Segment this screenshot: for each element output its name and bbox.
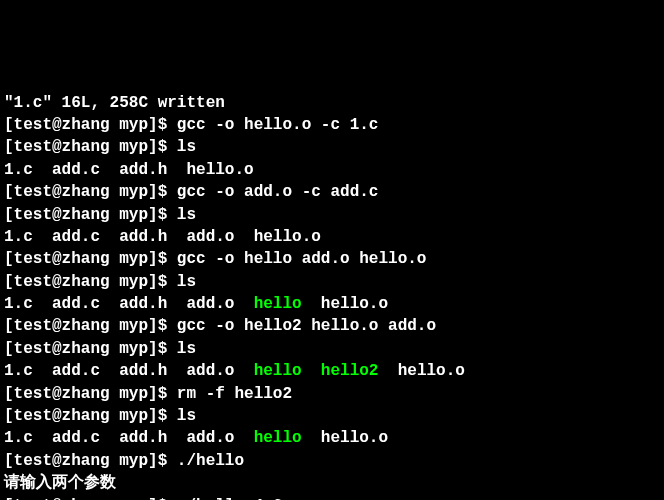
terminal-line: 1.c add.c add.h add.o hello hello2 hello… [4, 360, 660, 382]
shell-command: gcc -o hello2 hello.o add.o [177, 317, 436, 335]
shell-prompt: [test@zhang myp]$ [4, 385, 177, 403]
shell-prompt: [test@zhang myp]$ [4, 340, 177, 358]
shell-prompt: [test@zhang myp]$ [4, 317, 177, 335]
output-text: 1.c add.c add.h add.o hello.o [4, 228, 321, 246]
executable-file: hello [254, 362, 302, 380]
executable-file: hello [254, 295, 302, 313]
terminal-line: [test@zhang myp]$ gcc -o hello2 hello.o … [4, 315, 660, 337]
shell-command: ls [177, 206, 196, 224]
output-text: "1.c" 16L, 258C written [4, 94, 225, 112]
shell-prompt: [test@zhang myp]$ [4, 452, 177, 470]
executable-file: hello2 [321, 362, 379, 380]
shell-prompt: [test@zhang myp]$ [4, 116, 177, 134]
output-text: 1.c add.c add.h add.o [4, 429, 254, 447]
shell-prompt: [test@zhang myp]$ [4, 206, 177, 224]
output-text [302, 362, 321, 380]
shell-command: gcc -o hello.o -c 1.c [177, 116, 379, 134]
shell-command: rm -f hello2 [177, 385, 292, 403]
shell-command: ls [177, 138, 196, 156]
terminal-line: [test@zhang myp]$ ls [4, 204, 660, 226]
output-text: 请输入两个参数 [4, 474, 116, 492]
shell-command: ./hello [177, 452, 244, 470]
terminal-line: 1.c add.c add.h add.o hello hello.o [4, 293, 660, 315]
terminal-line: 1.c add.c add.h hello.o [4, 159, 660, 181]
terminal-line: [test@zhang myp]$ ls [4, 405, 660, 427]
shell-command: ls [177, 273, 196, 291]
terminal-line: [test@zhang myp]$ ls [4, 338, 660, 360]
shell-prompt: [test@zhang myp]$ [4, 273, 177, 291]
shell-command: gcc -o hello add.o hello.o [177, 250, 427, 268]
output-text: hello.o [302, 429, 388, 447]
output-text: hello.o [378, 362, 464, 380]
terminal-line: [test@zhang myp]$ ./hello [4, 450, 660, 472]
terminal-line: 1.c add.c add.h add.o hello hello.o [4, 427, 660, 449]
output-text: 1.c add.c add.h hello.o [4, 161, 254, 179]
output-text: hello.o [302, 295, 388, 313]
terminal-line: 请输入两个参数 [4, 472, 660, 494]
output-text: 1.c add.c add.h add.o [4, 295, 254, 313]
shell-command: ls [177, 407, 196, 425]
terminal-output[interactable]: "1.c" 16L, 258C written[test@zhang myp]$… [4, 92, 660, 500]
shell-prompt: [test@zhang myp]$ [4, 138, 177, 156]
shell-prompt: [test@zhang myp]$ [4, 407, 177, 425]
shell-prompt: [test@zhang myp]$ [4, 250, 177, 268]
terminal-line: [test@zhang myp]$ gcc -o hello add.o hel… [4, 248, 660, 270]
terminal-line: [test@zhang myp]$ gcc -o hello.o -c 1.c [4, 114, 660, 136]
terminal-line: "1.c" 16L, 258C written [4, 92, 660, 114]
terminal-line: [test@zhang myp]$ gcc -o add.o -c add.c [4, 181, 660, 203]
terminal-line: 1.c add.c add.h add.o hello.o [4, 226, 660, 248]
shell-prompt: [test@zhang myp]$ [4, 183, 177, 201]
shell-command: ls [177, 340, 196, 358]
shell-command: gcc -o add.o -c add.c [177, 183, 379, 201]
terminal-line: [test@zhang myp]$ rm -f hello2 [4, 383, 660, 405]
terminal-line: [test@zhang myp]$ ./hello 4 6 [4, 495, 660, 500]
shell-prompt: [test@zhang myp]$ [4, 497, 177, 500]
terminal-line: [test@zhang myp]$ ls [4, 271, 660, 293]
shell-command: ./hello 4 6 [177, 497, 283, 500]
terminal-line: [test@zhang myp]$ ls [4, 136, 660, 158]
executable-file: hello [254, 429, 302, 447]
output-text: 1.c add.c add.h add.o [4, 362, 254, 380]
